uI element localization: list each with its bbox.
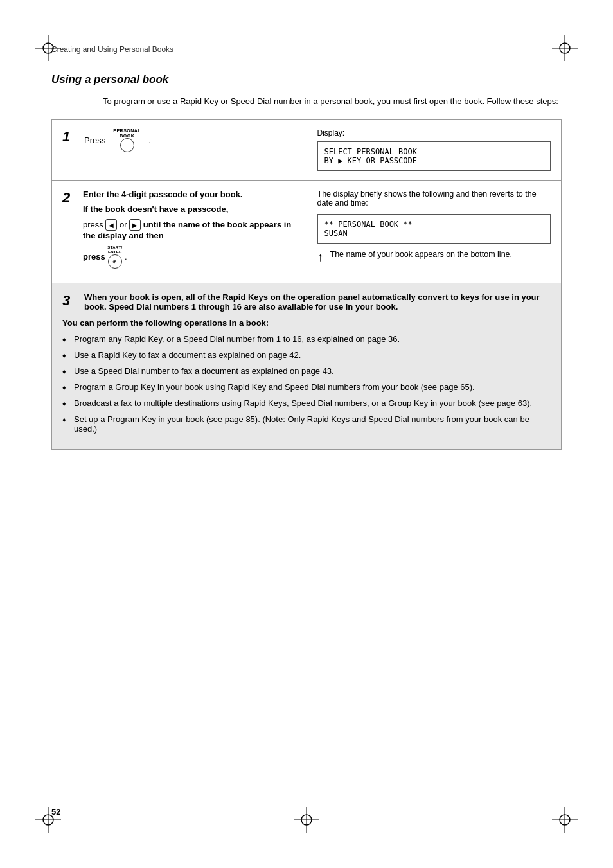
list-item-text: Use a Rapid Key to fax a document as exp… <box>74 350 301 360</box>
step2-instructions: Enter the 4-digit passcode of your book.… <box>83 190 296 274</box>
annotation-text: The name of your book appears on the bot… <box>330 250 513 259</box>
corner-mark-bm <box>294 807 319 833</box>
step3-header: 3 When your book is open, all of the Rap… <box>62 292 551 312</box>
step3-subheader: You can perform the following operations… <box>62 318 551 328</box>
arrow-up-icon: ↑ <box>317 250 324 265</box>
page: Creating and Using Personal Books Using … <box>0 0 613 868</box>
step2-press2-label: press <box>83 252 105 261</box>
step1-row: 1 Press PERSONAL BOOK . <box>52 120 562 181</box>
step2-row: 2 Enter the 4-digit passcode of your boo… <box>52 181 562 283</box>
bullet-icon: ♦ <box>62 384 69 391</box>
step1-press-label: Press <box>84 136 105 145</box>
step1-display: SELECT PERSONAL BOOK BY ▶ KEY OR PASSCOD… <box>317 141 551 171</box>
step2-number: 2 <box>62 190 78 274</box>
step1-display-line2: BY ▶ KEY OR PASSCODE <box>324 156 544 165</box>
step1-left: 1 Press PERSONAL BOOK . <box>52 120 307 181</box>
step3-cell: 3 When your book is open, all of the Rap… <box>52 283 562 450</box>
step2-left: 2 Enter the 4-digit passcode of your boo… <box>52 181 307 283</box>
list-item: ♦ Broadcast a fax to multiple destinatio… <box>62 398 551 408</box>
page-number: 52 <box>51 807 60 817</box>
step3-body: You can perform the following operations… <box>62 318 551 434</box>
corner-mark-tr <box>552 35 578 61</box>
personal-book-key: PERSONAL BOOK <box>113 128 141 152</box>
step3-number: 3 <box>62 292 78 312</box>
corner-mark-tl <box>35 35 61 61</box>
bullet-icon: ♦ <box>62 416 69 423</box>
breadcrumb: Creating and Using Personal Books <box>51 45 562 54</box>
step3-header-bold: When your book is open, all of the Rapid… <box>84 292 551 312</box>
right-arrow-key: ▶ <box>129 219 141 231</box>
step1-number: 1 <box>62 128 78 145</box>
list-item-text: Use a Speed Dial number to fax a documen… <box>74 366 334 376</box>
list-item: ♦ Program any Rapid Key, or a Speed Dial… <box>62 334 551 344</box>
step2-instruction-bold: Enter the 4-digit passcode of your book. <box>83 190 242 199</box>
list-item-text: Program any Rapid Key, or a Speed Dial n… <box>74 334 400 344</box>
step2-display: ** PERSONAL BOOK ** SUSAN <box>317 214 551 244</box>
corner-mark-br <box>552 807 578 833</box>
enter-key: START/ENTER ⊕ <box>107 245 122 269</box>
list-item: ♦ Use a Speed Dial number to fax a docum… <box>62 366 551 376</box>
left-arrow-key: ◀ <box>105 219 117 231</box>
bullet-icon: ♦ <box>62 335 69 343</box>
steps-table: 1 Press PERSONAL BOOK . <box>51 119 562 450</box>
intro-text: To program or use a Rapid Key or Speed D… <box>103 96 562 106</box>
step2-instruction-p2: If the book doesn't have a passcode, <box>83 204 228 214</box>
list-item: ♦ Use a Rapid Key to fax a document as e… <box>62 350 551 360</box>
step2-annotation: ↑ The name of your book appears on the b… <box>317 250 551 265</box>
section-title: Using a personal book <box>51 73 562 86</box>
bullet-icon: ♦ <box>62 368 69 375</box>
display-label: Display: <box>317 128 551 137</box>
list-item-text: Broadcast a fax to multiple destinations… <box>74 398 532 408</box>
list-item-text: Set up a Program Key in your book (see p… <box>74 414 551 434</box>
step3-bullet-list: ♦ Program any Rapid Key, or a Speed Dial… <box>62 334 551 434</box>
step2-display-line2: SUSAN <box>324 229 544 238</box>
step2-display-line1: ** PERSONAL BOOK ** <box>324 220 544 229</box>
step2-or-label: or <box>120 220 127 229</box>
step1-period: . <box>148 136 151 145</box>
step2-right-text: The display briefly shows the following … <box>317 190 551 208</box>
step1-right: Display: SELECT PERSONAL BOOK BY ▶ KEY O… <box>306 120 562 181</box>
list-item: ♦ Program a Group Key in your book using… <box>62 382 551 392</box>
bullet-icon: ♦ <box>62 351 69 359</box>
key-circle-icon <box>120 138 134 152</box>
bullet-icon: ♦ <box>62 400 69 407</box>
step2-right: The display briefly shows the following … <box>306 181 562 283</box>
list-item: ♦ Set up a Program Key in your book (see… <box>62 414 551 434</box>
step3-row: 3 When your book is open, all of the Rap… <box>52 283 562 450</box>
step1-display-line1: SELECT PERSONAL BOOK <box>324 147 544 156</box>
step2-press-label: press <box>83 220 103 229</box>
list-item-text: Program a Group Key in your book using R… <box>74 382 475 392</box>
